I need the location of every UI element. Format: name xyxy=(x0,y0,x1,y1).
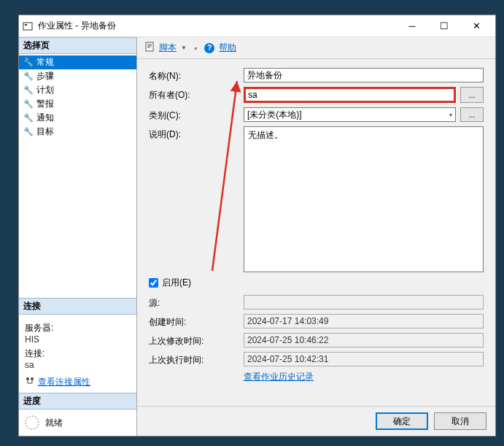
nav-label: 常规 xyxy=(36,56,54,69)
dialog-footer: 确定 取消 xyxy=(137,406,495,436)
chevron-down-icon: ▾ xyxy=(449,112,452,118)
nav-item-steps[interactable]: 🔧 步骤 xyxy=(19,69,136,83)
enable-checkbox[interactable] xyxy=(149,278,158,288)
wrench-icon: 🔧 xyxy=(23,127,34,137)
executed-display xyxy=(244,352,484,366)
wrench-icon: 🔧 xyxy=(23,85,34,95)
wrench-icon: 🔧 xyxy=(23,58,34,67)
enable-label: 启用(E) xyxy=(162,277,191,289)
connection-label: 连接: xyxy=(25,347,131,360)
nav-label: 通知 xyxy=(36,112,54,124)
category-value: [未分类(本地)] xyxy=(247,109,302,121)
connection-value: sa xyxy=(25,360,131,370)
form-area: 名称(N): 所有者(O): ... 类别(C): xyxy=(137,59,495,406)
nav-item-general[interactable]: 🔧 常规 xyxy=(19,55,136,69)
script-link[interactable]: 脚本 xyxy=(159,42,177,54)
wrench-icon: 🔧 xyxy=(23,72,34,81)
svg-point-2 xyxy=(26,377,29,380)
svg-point-3 xyxy=(31,377,34,380)
svg-rect-4 xyxy=(146,42,153,51)
nav-label: 计划 xyxy=(36,84,54,96)
name-input[interactable] xyxy=(244,68,484,82)
owner-label: 所有者(O): xyxy=(149,87,244,101)
name-label: 名称(N): xyxy=(149,68,244,82)
source-label: 源: xyxy=(149,295,244,309)
wrench-icon: 🔧 xyxy=(23,113,34,123)
help-link[interactable]: 帮助 xyxy=(219,42,236,54)
script-icon xyxy=(144,42,155,54)
nav-label: 步骤 xyxy=(36,70,54,82)
job-properties-dialog: 作业属性 - 异地备份 ─ ☐ ✕ 选择页 🔧 常规 🔧 步骤 🔧 计划 xyxy=(18,15,496,437)
description-textarea[interactable]: 无描述。 xyxy=(244,126,484,272)
help-icon: ? xyxy=(204,43,214,53)
owner-browse-button[interactable]: ... xyxy=(460,87,484,103)
view-history-link[interactable]: 查看作业历史记录 xyxy=(244,371,314,383)
connection-properties-icon xyxy=(25,376,35,388)
left-panel: 选择页 🔧 常规 🔧 步骤 🔧 计划 🔧 警报 xyxy=(19,37,137,436)
executed-label: 上次执行时间: xyxy=(149,352,244,366)
nav-item-notifications[interactable]: 🔧 通知 xyxy=(19,111,136,125)
cancel-button[interactable]: 取消 xyxy=(434,412,486,430)
minimize-button[interactable]: ─ xyxy=(396,16,428,36)
nav-item-targets[interactable]: 🔧 目标 xyxy=(19,125,136,139)
titlebar: 作业属性 - 异地备份 ─ ☐ ✕ xyxy=(19,15,495,37)
owner-input[interactable] xyxy=(244,87,456,103)
dialog-body: 选择页 🔧 常规 🔧 步骤 🔧 计划 🔧 警报 xyxy=(19,37,495,436)
spinner-icon xyxy=(25,415,39,430)
toolbar: 脚本 ▼ ▪ ? 帮助 xyxy=(137,37,495,59)
created-label: 创建时间: xyxy=(149,314,244,328)
separator: ▪ xyxy=(194,43,197,53)
server-label: 服务器: xyxy=(25,322,131,334)
nav-label: 警报 xyxy=(36,98,54,110)
wrench-icon: 🔧 xyxy=(23,99,34,109)
modified-display xyxy=(244,333,484,347)
app-icon xyxy=(22,20,34,32)
source-display xyxy=(244,295,484,309)
category-select[interactable]: [未分类(本地)] ▾ xyxy=(244,107,456,122)
chevron-down-icon[interactable]: ▼ xyxy=(181,45,187,51)
progress-status: 就绪 xyxy=(45,417,63,429)
nav-item-schedules[interactable]: 🔧 计划 xyxy=(19,83,136,97)
created-display xyxy=(244,314,484,328)
description-label: 说明(D): xyxy=(149,126,244,141)
select-page-header: 选择页 xyxy=(19,37,136,54)
nav-label: 目标 xyxy=(36,126,54,138)
category-browse-button[interactable]: ... xyxy=(460,107,484,122)
progress-header: 进度 xyxy=(19,393,136,410)
category-label: 类别(C): xyxy=(149,107,244,122)
ok-button[interactable]: 确定 xyxy=(376,412,428,430)
maximize-button[interactable]: ☐ xyxy=(428,16,460,36)
nav-list: 🔧 常规 🔧 步骤 🔧 计划 🔧 警报 🔧 通知 xyxy=(19,54,136,140)
connection-info: 服务器: HIS 连接: sa 查看连接属性 xyxy=(19,315,136,393)
svg-rect-1 xyxy=(25,24,27,26)
svg-rect-0 xyxy=(23,23,32,30)
window-title: 作业属性 - 异地备份 xyxy=(38,20,396,32)
connection-header: 连接 xyxy=(19,298,136,315)
close-button[interactable]: ✕ xyxy=(460,16,492,36)
modified-label: 上次修改时间: xyxy=(149,333,244,347)
nav-item-alerts[interactable]: 🔧 警报 xyxy=(19,97,136,111)
right-panel: 脚本 ▼ ▪ ? 帮助 名称(N): 所有者(O): xyxy=(137,37,495,436)
view-connection-properties-link[interactable]: 查看连接属性 xyxy=(38,376,90,388)
progress-body: 就绪 xyxy=(19,410,136,436)
server-value: HIS xyxy=(25,334,131,345)
